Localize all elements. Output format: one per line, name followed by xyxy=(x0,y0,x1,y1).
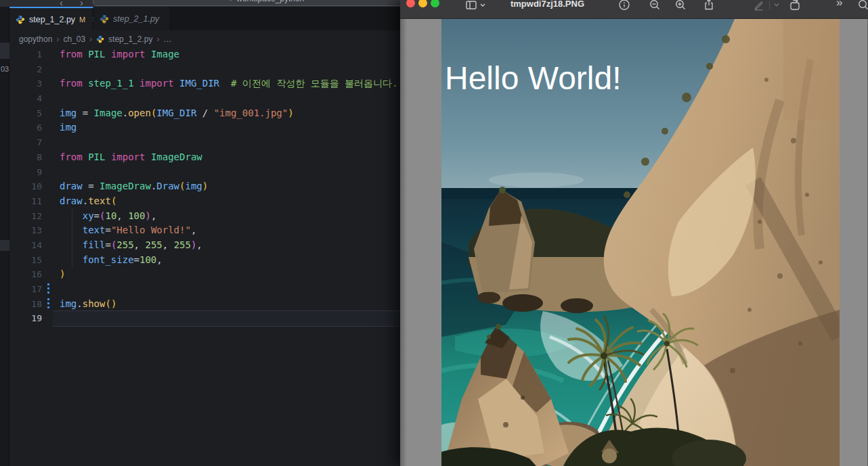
line-number[interactable]: 10 xyxy=(9,179,42,194)
code-text: from PIL import Image xyxy=(53,47,400,62)
code-area: 1from PIL import Image23from step_1_1 im… xyxy=(9,47,400,326)
explorer-row-highlight[interactable] xyxy=(0,43,9,59)
search-icon: ⌕ xyxy=(230,0,234,3)
python-icon xyxy=(16,15,25,24)
chevron-right-icon: › xyxy=(89,34,92,44)
share-icon[interactable] xyxy=(703,0,715,11)
line-number[interactable]: 1 xyxy=(9,47,42,62)
code-line-15[interactable]: 15 font_size=100, xyxy=(9,253,400,268)
code-line-9[interactable]: 9 xyxy=(9,165,400,180)
search-icon[interactable] xyxy=(857,0,868,11)
zoom-window-button[interactable] xyxy=(431,0,439,7)
line-number[interactable]: 7 xyxy=(9,135,42,150)
preview-window: tmpwdi7zj18.PNG » xyxy=(400,0,868,466)
code-text xyxy=(53,165,400,180)
code-line-12[interactable]: 12 xy=(10, 100), xyxy=(9,209,400,224)
code-line-1[interactable]: 1from PIL import Image xyxy=(9,47,400,62)
explorer-item-label[interactable]: 03 xyxy=(1,65,9,73)
line-number[interactable]: 6 xyxy=(9,120,42,135)
line-number[interactable]: 15 xyxy=(9,253,42,268)
tab-step_1_2[interactable]: step_1_2.py M × xyxy=(9,7,93,30)
line-number[interactable]: 3 xyxy=(9,76,42,91)
code-text: img.show() xyxy=(53,297,400,312)
markup-chevron-icon[interactable] xyxy=(773,0,781,11)
code-line-17[interactable]: 17 xyxy=(9,282,400,297)
info-icon[interactable] xyxy=(618,0,630,11)
gutter xyxy=(42,47,53,62)
code-line-10[interactable]: 10draw = ImageDraw.Draw(img) xyxy=(9,179,400,194)
code-line-8[interactable]: 8from PIL import ImageDraw xyxy=(9,150,400,165)
code-line-6[interactable]: 6img xyxy=(9,120,400,135)
code-text: text="Hello World!", xyxy=(53,223,400,238)
preview-titlebar: tmpwdi7zj18.PNG » xyxy=(400,0,868,19)
breadcrumb-item[interactable]: gopython xyxy=(19,34,52,44)
gutter xyxy=(42,223,53,238)
code-line-4[interactable]: 4 xyxy=(9,91,400,106)
line-number[interactable]: 12 xyxy=(9,209,42,224)
breadcrumb-item[interactable]: ch_03 xyxy=(63,34,85,44)
vscode-window: ‹ › ⌕ workspace_python 03 step_1_2.py M … xyxy=(0,0,400,466)
more-toolbar-items-icon[interactable]: » xyxy=(836,0,841,9)
rotate-icon[interactable] xyxy=(789,0,801,11)
breadcrumb: gopython › ch_03 › step_1_2.py › … xyxy=(9,30,400,47)
code-text xyxy=(53,311,400,326)
line-number[interactable]: 5 xyxy=(9,106,42,121)
line-number[interactable]: 18 xyxy=(9,297,42,312)
tab-label: step_1_2.py xyxy=(29,15,75,24)
code-text: from PIL import ImageDraw xyxy=(53,150,400,165)
tab-label: step_2_1.py xyxy=(113,14,159,24)
code-line-3[interactable]: 3from step_1_1 import IMG_DIR # 이전에 작성한 … xyxy=(9,76,400,91)
line-number[interactable]: 19 xyxy=(9,311,42,326)
breadcrumb-item[interactable]: … xyxy=(163,34,171,44)
close-window-button[interactable] xyxy=(406,0,415,7)
command-center[interactable]: ⌕ workspace_python xyxy=(93,0,400,6)
line-number[interactable]: 14 xyxy=(9,238,42,253)
python-icon xyxy=(100,14,109,24)
workspace-name: workspace_python xyxy=(236,0,304,3)
chevron-right-icon: › xyxy=(56,34,59,44)
gutter xyxy=(42,194,53,209)
gutter xyxy=(42,91,53,106)
photo-overlay-text: Hello World! xyxy=(445,60,622,97)
zoom-in-icon[interactable] xyxy=(674,0,687,11)
code-text: xy=(10, 100), xyxy=(53,209,400,224)
line-number[interactable]: 8 xyxy=(9,150,42,165)
code-line-13[interactable]: 13 text="Hello World!", xyxy=(9,223,400,238)
explorer-row-highlight[interactable] xyxy=(0,240,9,251)
line-number[interactable]: 4 xyxy=(9,91,42,106)
line-number[interactable]: 11 xyxy=(9,194,42,209)
explorer-sliver: 03 xyxy=(0,7,9,466)
tab-step_2_1[interactable]: step_2_1.py xyxy=(93,7,171,30)
breadcrumb-item[interactable]: step_1_2.py xyxy=(108,34,152,44)
indent-guide xyxy=(72,209,72,268)
markup-icon[interactable] xyxy=(753,0,765,11)
code-line-2[interactable]: 2 xyxy=(9,62,400,77)
sidebar-toggle-icon[interactable] xyxy=(465,0,477,11)
code-text: img = Image.open(IMG_DIR / "img_001.jpg"… xyxy=(53,106,400,121)
line-number[interactable]: 17 xyxy=(9,282,42,297)
gutter xyxy=(42,76,53,91)
tab-bar: step_1_2.py M × step_2_1.py xyxy=(9,7,400,30)
code-text: draw = ImageDraw.Draw(img) xyxy=(53,179,400,194)
code-line-7[interactable]: 7 xyxy=(9,135,400,150)
code-line-16[interactable]: 16) xyxy=(9,267,400,282)
code-line-14[interactable]: 14 fill=(255, 255, 255), xyxy=(9,238,400,253)
minimize-window-button[interactable] xyxy=(418,0,427,7)
code-line-18[interactable]: 18img.show() xyxy=(9,297,400,312)
gutter xyxy=(42,267,53,282)
code-line-19[interactable]: 19 xyxy=(9,311,400,326)
code-editor[interactable]: 1from PIL import Image23from step_1_1 im… xyxy=(9,47,400,466)
code-line-11[interactable]: 11draw.text( xyxy=(9,194,400,209)
line-number[interactable]: 9 xyxy=(9,165,42,180)
gutter xyxy=(42,165,53,180)
vscode-titlebar: ‹ › ⌕ workspace_python xyxy=(0,0,400,7)
line-number[interactable]: 13 xyxy=(9,223,42,238)
zoom-out-icon[interactable] xyxy=(649,0,661,11)
chevron-down-icon[interactable] xyxy=(479,0,487,11)
line-number[interactable]: 2 xyxy=(9,62,42,77)
code-text: from step_1_1 import IMG_DIR # 이전에 작성한 모… xyxy=(53,76,400,91)
gutter xyxy=(42,120,53,135)
line-number[interactable]: 16 xyxy=(9,267,42,282)
preview-content: Hello World! xyxy=(400,19,868,466)
code-line-5[interactable]: 5img = Image.open(IMG_DIR / "img_001.jpg… xyxy=(9,106,400,121)
